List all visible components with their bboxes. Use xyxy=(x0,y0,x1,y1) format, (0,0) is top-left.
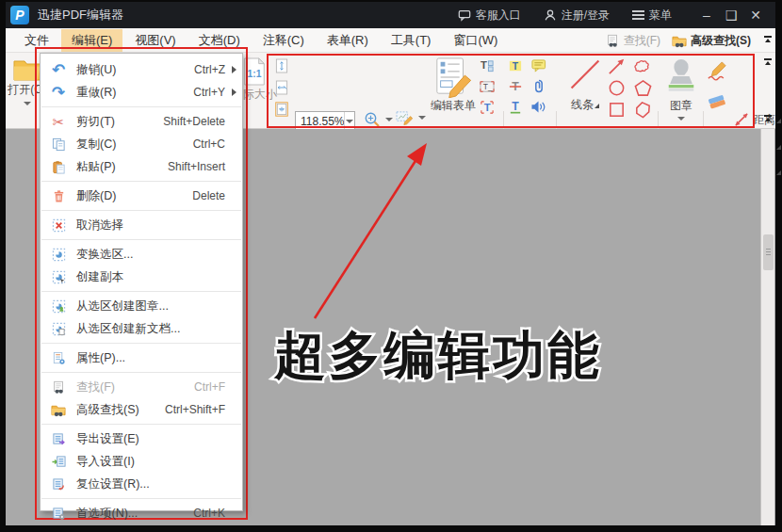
polygon-shape-icon[interactable] xyxy=(633,100,658,120)
menu-item-deselect[interactable]: 取消选择 xyxy=(41,214,242,236)
sticky-note-icon[interactable] xyxy=(531,58,546,73)
fit-page-button[interactable] xyxy=(275,58,288,117)
advanced-find-button[interactable]: 高级查找(S) xyxy=(672,33,751,49)
scrollbar-thumb[interactable] xyxy=(763,234,774,270)
find-doc-icon xyxy=(606,34,620,48)
export-settings-icon xyxy=(50,431,67,447)
underline-text-icon[interactable]: T xyxy=(508,100,523,115)
menu-item-copy[interactable]: 复制(C)Ctrl+C xyxy=(41,133,242,155)
maximize-button[interactable]: ❑ xyxy=(721,5,741,25)
newdoc-from-selection-icon xyxy=(50,321,67,337)
stamp-button[interactable]: 图章 xyxy=(662,56,700,121)
titlebar: P 迅捷PDF编辑器 客服入口 注册/登录 菜单 – ❑ ✕ xyxy=(6,2,775,28)
menubar-item-edit[interactable]: 编辑(E) xyxy=(61,29,122,52)
menu-item-label: 复位设置(R)... xyxy=(76,476,225,492)
menu-item-find[interactable]: 查找(F)Ctrl+F xyxy=(41,376,242,398)
cloud-shape-icon[interactable] xyxy=(633,56,658,76)
menu-separator xyxy=(41,424,241,425)
toolbar-collapse-icon[interactable] xyxy=(764,36,773,42)
menubar-item-comment[interactable]: 注释(C) xyxy=(253,29,315,52)
menubar-item-form[interactable]: 表单(R) xyxy=(317,29,379,52)
toolbar-scroll-down-icon[interactable] xyxy=(764,115,773,121)
advanced-find-folder-icon xyxy=(672,34,687,48)
corner-arrow-icon xyxy=(776,170,781,175)
strikethrough-text-icon[interactable]: T xyxy=(508,79,523,94)
menu-item-shortcut: Ctrl+F xyxy=(194,380,225,394)
find-label: 查找(F) xyxy=(624,33,660,49)
svg-text:T: T xyxy=(484,102,491,113)
line-icon xyxy=(568,57,602,91)
line-tool-button[interactable]: 线条 xyxy=(563,57,607,113)
svg-text:1:1: 1:1 xyxy=(248,69,262,79)
menu-item-advanced-find[interactable]: 高级查找(S)Ctrl+Shift+F xyxy=(41,398,242,421)
annotation-caption: 超多编辑功能 xyxy=(274,321,602,391)
attachment-pin-icon[interactable] xyxy=(531,79,546,94)
eraser-icon[interactable] xyxy=(707,93,728,111)
minimize-button[interactable]: – xyxy=(696,5,717,25)
menu-item-export-settings[interactable]: 导出设置(E) xyxy=(41,427,242,450)
corner-arrow-icon xyxy=(595,104,599,108)
menu-item-properties[interactable]: 属性(P)... xyxy=(41,347,242,369)
distance-tool-button[interactable]: 距离 xyxy=(733,111,781,128)
menu-item-shortcut: Delete xyxy=(192,189,225,202)
menu-item-create-duplicate[interactable]: 创建副本 xyxy=(41,266,242,288)
pencil-draw-icon[interactable] xyxy=(707,60,728,82)
zoom-level-combobox[interactable]: 118.55% xyxy=(295,111,355,131)
vertical-scrollbar[interactable] xyxy=(760,129,774,525)
menu-item-undo[interactable]: ↶撤销(U)Ctrl+Z xyxy=(41,58,242,81)
marquee-zoom-button[interactable] xyxy=(364,111,393,128)
chevron-down-icon xyxy=(385,118,393,121)
window-title: 迅捷PDF编辑器 xyxy=(38,7,123,24)
menubar-item-view[interactable]: 视图(V) xyxy=(124,29,186,52)
edit-form-button[interactable]: 编辑表单 xyxy=(428,56,479,114)
menubar-item-window[interactable]: 窗口(W) xyxy=(443,29,508,52)
menu-item-redo[interactable]: ↷重做(R)Ctrl+Y xyxy=(41,81,242,104)
square-shape-icon[interactable] xyxy=(607,100,629,120)
menu-item-paste[interactable]: 粘贴(P)Shift+Insert xyxy=(41,155,242,178)
menu-item-transform-selection[interactable]: 变换选区... xyxy=(41,243,242,266)
menu-item-newdoc-from-selection[interactable]: 从选区创建新文档... xyxy=(41,317,242,340)
menu-separator xyxy=(41,343,241,344)
app-menu-button[interactable]: 菜单 xyxy=(625,8,679,24)
line-label: 线条 xyxy=(571,98,594,111)
menubar-item-tools[interactable]: 工具(T) xyxy=(381,29,442,52)
menu-item-shortcut: Ctrl+K xyxy=(193,507,225,520)
text-box-icon[interactable]: T_ xyxy=(480,79,495,94)
menu-item-delete[interactable]: 删除(D)Delete xyxy=(41,185,242,207)
find-button[interactable]: 查找(F) xyxy=(606,33,660,49)
find-doc-gray-icon xyxy=(50,379,67,395)
circle-shape-icon[interactable] xyxy=(607,78,629,98)
menubar-item-document[interactable]: 文档(D) xyxy=(188,29,251,52)
chevron-down-icon xyxy=(677,117,685,121)
menu-item-stamp-from-selection[interactable]: 从选区创建图章... xyxy=(41,295,242,317)
chevron-down-icon xyxy=(346,120,353,123)
fit-width-icon[interactable] xyxy=(275,80,288,95)
toolbar-scroll-up-icon[interactable] xyxy=(764,58,773,65)
close-button[interactable]: ✕ xyxy=(745,5,766,25)
menu-item-import-settings[interactable]: 导入设置(I) xyxy=(41,450,242,473)
advanced-find-icon xyxy=(50,402,67,418)
menu-item-preferences[interactable]: 首选项(N)...Ctrl+K xyxy=(41,502,242,524)
pentagon-shape-icon[interactable] xyxy=(633,78,658,98)
login-button[interactable]: 注册/登录 xyxy=(536,8,617,24)
copy-icon xyxy=(50,137,67,153)
support-entry-button[interactable]: 客服入口 xyxy=(450,8,529,24)
text-field-icon[interactable]: T xyxy=(480,58,495,73)
typewriter-icon[interactable]: T xyxy=(480,100,495,115)
edit-object-button[interactable] xyxy=(396,110,426,125)
arrow-shape-icon[interactable] xyxy=(607,56,629,76)
sound-comment-icon[interactable] xyxy=(530,100,546,114)
corner-arrow-icon xyxy=(776,145,781,150)
menu-item-reset-settings[interactable]: 复位设置(R)... xyxy=(41,473,242,495)
menu-item-label: 重做(R) xyxy=(76,85,193,101)
menu-item-label: 复制(C) xyxy=(76,137,193,153)
highlight-text-icon[interactable]: T xyxy=(508,58,523,73)
menu-item-label: 变换选区... xyxy=(76,247,225,263)
menu-separator xyxy=(41,498,241,499)
deselect-icon xyxy=(50,218,67,234)
menubar-item-file[interactable]: 文件 xyxy=(14,29,59,52)
fit-visible-icon[interactable] xyxy=(275,102,288,117)
stamp-icon xyxy=(664,56,698,98)
menu-item-label: 查找(F) xyxy=(76,379,194,395)
menu-item-cut[interactable]: ✂剪切(T)Shift+Delete xyxy=(41,110,242,133)
